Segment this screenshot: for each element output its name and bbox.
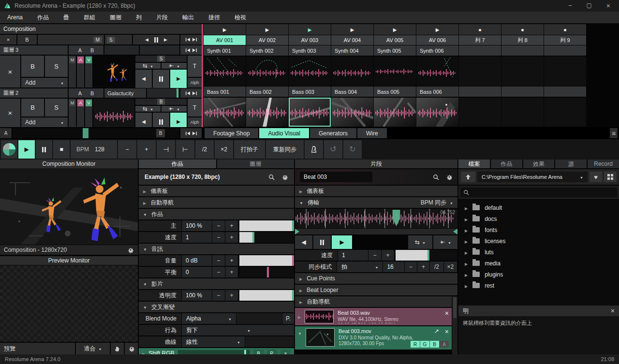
section-crossfade[interactable]: 交叉漸變 (139, 302, 294, 312)
layer2-clipname[interactable]: Galactucity (104, 88, 146, 98)
browser-tab[interactable]: 效果 (523, 160, 555, 168)
monitor-settings-button[interactable] (127, 247, 134, 253)
prev-clip-icon[interactable] (185, 48, 191, 52)
effect-shift-rgb[interactable]: Shift RGB B P. × (139, 348, 294, 354)
layer2-bypass-button[interactable]: B (21, 99, 44, 116)
effect-bypass-button[interactable]: B (253, 349, 264, 354)
green-channel-button[interactable]: G (420, 341, 429, 348)
folder-row[interactable]: default (458, 202, 619, 213)
folder-expander-icon[interactable] (465, 238, 468, 244)
clip-cell[interactable]: Synth 006 (416, 45, 458, 56)
deck-menu-button[interactable] (610, 128, 618, 138)
prev-clip-icon[interactable] (185, 38, 191, 42)
folder-row[interactable]: plugins (458, 269, 619, 280)
crossfader-handle[interactable] (83, 128, 88, 138)
browser-tab[interactable]: Record (588, 160, 619, 168)
pan-tool-button[interactable] (111, 343, 124, 354)
clip-cell[interactable]: Bass 004 (331, 87, 373, 97)
bpm-decrease-button[interactable]: − (118, 140, 136, 159)
undo-button[interactable] (324, 140, 342, 159)
deck-tab[interactable]: Wire (357, 128, 387, 138)
search-input[interactable] (472, 189, 614, 195)
section-composition[interactable]: 作品 (139, 209, 294, 219)
clip-cell[interactable]: Bass 005 (374, 87, 416, 97)
empty-clip-slot[interactable] (544, 98, 586, 127)
clip-thumbnail[interactable] (331, 98, 373, 127)
transport-mode-dropdown[interactable]: BPM 同步 (421, 199, 453, 207)
clip-cell[interactable] (501, 45, 544, 56)
clip-thumbnail[interactable] (204, 98, 246, 127)
increment-button[interactable]: + (382, 250, 394, 261)
pan-value[interactable]: 0 (182, 267, 212, 277)
play-icon[interactable] (164, 38, 167, 42)
empty-clip-slot[interactable] (459, 57, 501, 86)
scrollbar-thumb[interactable] (453, 297, 457, 318)
menu-item[interactable]: 片段 (149, 14, 175, 22)
master-fader[interactable]: M (38, 35, 104, 44)
column-trigger-button[interactable] (501, 24, 544, 35)
favorites-button[interactable] (590, 172, 602, 182)
column-trigger-button[interactable] (374, 24, 416, 35)
clip-speed-slider[interactable] (396, 250, 457, 261)
clip-beatsnap-dropdown[interactable] (433, 235, 457, 249)
parent-folder-button[interactable] (461, 172, 475, 182)
folder-row[interactable]: media (458, 258, 619, 269)
search-box[interactable] (460, 188, 617, 197)
clip-cell[interactable] (544, 45, 586, 56)
layer2-add-dropdown[interactable]: Add (21, 117, 68, 127)
column-name[interactable]: AV 004 (331, 35, 373, 45)
menu-item[interactable]: 群組 (76, 14, 103, 22)
folder-expander-icon[interactable] (465, 272, 468, 277)
composition-speed-fader[interactable]: S (105, 35, 132, 44)
browser-tab[interactable]: 作品 (491, 160, 522, 168)
column-name[interactable]: AV 006 (416, 35, 458, 45)
prev-clip-icon[interactable] (185, 91, 191, 95)
column-trigger-button[interactable] (544, 24, 586, 35)
clip-cell[interactable]: Bass 001 (204, 87, 246, 97)
clip-cell[interactable] (459, 45, 501, 56)
layer3-blend-mode[interactable]: Alph (188, 78, 202, 87)
clip-waveform[interactable]: 04.752 (295, 209, 457, 228)
column-name[interactable]: 列 8 (501, 35, 544, 45)
layer3-pause-button[interactable] (153, 70, 169, 88)
decrement-button[interactable]: − (212, 255, 225, 266)
decrement-button[interactable]: − (212, 232, 225, 243)
section-beat-looper[interactable]: Beat Looper (295, 285, 457, 295)
layer2-name[interactable]: 圖層 2 (0, 88, 68, 98)
red-channel-button[interactable]: R (411, 341, 420, 348)
folder-expander-icon[interactable] (465, 261, 468, 266)
properties-tab[interactable]: 圖層 (217, 160, 295, 168)
bpm-increase-button[interactable]: + (137, 140, 156, 159)
layer3-master-column[interactable]: M (69, 56, 76, 87)
increment-button[interactable]: + (417, 262, 429, 272)
layer3-reverse-button[interactable] (135, 70, 152, 88)
curve-dropdown[interactable]: 線性 (182, 336, 245, 347)
clip-cell[interactable]: Synth 005 (374, 45, 416, 56)
menu-item[interactable]: 輸出 (175, 14, 201, 22)
clip-cell[interactable]: Bass 003 (289, 87, 331, 97)
clip-range-slider[interactable] (295, 229, 457, 234)
column-trigger-button[interactable] (246, 24, 288, 35)
clip-cell[interactable]: Synth 003 (289, 45, 331, 56)
blend-params-button[interactable]: P. (282, 313, 294, 324)
beats-half-button[interactable]: /2 (430, 262, 443, 272)
layer3-playmode-dropdown[interactable] (135, 63, 161, 69)
clip-play-button[interactable] (332, 235, 352, 249)
expanded-icon[interactable] (298, 330, 302, 336)
menu-item[interactable]: Arena (0, 14, 30, 21)
clip-thumbnail[interactable] (204, 57, 246, 86)
layer3-video-column[interactable]: V (85, 56, 92, 87)
layer2-blend-mode[interactable]: Alph (188, 117, 202, 127)
increment-button[interactable]: + (225, 220, 238, 231)
clip-playmode-dropdown[interactable] (408, 235, 432, 249)
layer2-reverse-button[interactable] (135, 113, 152, 127)
layer2-solo-button[interactable]: S (45, 99, 68, 116)
clip-thumbnail[interactable] (289, 57, 331, 86)
volume-value[interactable]: 0 dB (182, 255, 212, 266)
folder-expander-icon[interactable] (465, 227, 468, 233)
volume-slider[interactable] (239, 255, 294, 266)
layer2-pause-button[interactable] (153, 113, 169, 127)
layer3-add-dropdown[interactable]: Add (21, 78, 68, 87)
next-clip-icon[interactable] (192, 91, 197, 95)
close-icon[interactable] (606, 2, 610, 9)
